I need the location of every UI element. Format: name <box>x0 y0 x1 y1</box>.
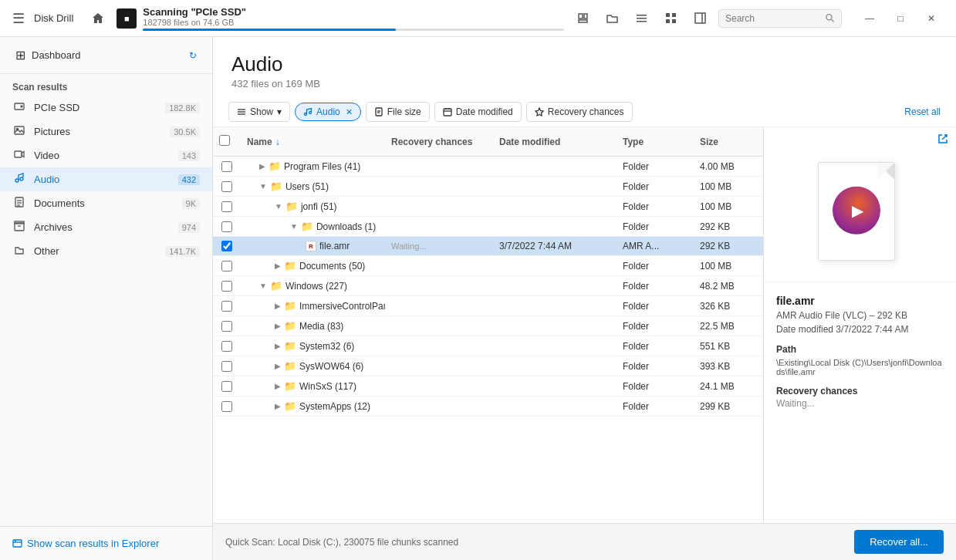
table-row[interactable]: ▼ 📁 Downloads (1) Folder 292 KB <box>213 217 763 237</box>
row-checkbox[interactable] <box>213 177 241 196</box>
recovery-chances-filter[interactable]: Recovery chances <box>526 102 633 122</box>
expand-icon[interactable]: ▼ <box>290 222 298 231</box>
expand-icon[interactable]: ▶ <box>275 302 281 310</box>
search-box[interactable] <box>718 9 842 28</box>
row-recovery <box>385 302 493 310</box>
panel-toggle-icon[interactable] <box>687 6 712 31</box>
other-icon <box>12 245 26 258</box>
row-checkbox[interactable] <box>213 277 241 295</box>
minimize-button[interactable]: — <box>854 6 885 31</box>
sidebar-item-pcie-ssd[interactable]: PCIe SSD 182.8K <box>0 96 212 120</box>
folder-view-icon[interactable] <box>600 6 624 31</box>
row-checkbox[interactable] <box>213 377 241 396</box>
row-checkbox[interactable] <box>213 197 241 216</box>
table-row[interactable]: ▶ 📁 System32 (6) Folder 551 KB <box>213 336 763 356</box>
svg-rect-8 <box>666 19 670 23</box>
loading-spinner: ↻ <box>189 50 197 61</box>
row-recovery <box>385 322 493 330</box>
row-checkbox[interactable] <box>213 297 241 315</box>
table-row[interactable]: ▶ 📁 ImmersiveControlPan... Folder 326 KB <box>213 296 763 316</box>
row-type: Folder <box>617 157 694 176</box>
select-all-checkbox[interactable] <box>219 135 230 146</box>
expand-icon[interactable]: ▼ <box>275 202 282 211</box>
sidebar-item-video[interactable]: Video 143 <box>0 143 212 167</box>
grid-view-icon[interactable] <box>658 6 683 31</box>
drive-icon <box>12 101 26 114</box>
calendar-icon <box>443 107 452 116</box>
table-row[interactable]: ▼ 📁 Windows (227) Folder 48.2 MB <box>213 276 763 296</box>
remove-filter-icon[interactable]: ✕ <box>346 107 353 117</box>
row-recovery <box>385 342 493 350</box>
expand-icon[interactable]: ▶ <box>259 162 265 170</box>
folder-icon: 📁 <box>270 180 282 192</box>
row-size: 326 KB <box>694 297 763 315</box>
stop-scan-button[interactable]: ■ <box>117 8 137 29</box>
row-checkbox[interactable] <box>213 237 241 255</box>
expand-icon[interactable]: ▼ <box>259 182 267 191</box>
row-checkbox[interactable] <box>213 317 241 336</box>
row-checkbox[interactable] <box>213 218 241 236</box>
table-row[interactable]: ▼ 📁 Users (51) Folder 100 MB <box>213 177 763 197</box>
expand-icon[interactable]: ▶ <box>275 362 281 370</box>
header-name[interactable]: Name ↓ <box>241 132 385 152</box>
table-row-selected[interactable]: R file.amr Waiting... 3/7/2022 7:44 AM A… <box>213 237 763 256</box>
expand-icon[interactable]: ▶ <box>275 261 281 270</box>
header-date-modified[interactable]: Date modified <box>493 132 617 152</box>
header-checkbox[interactable] <box>213 130 241 153</box>
scan-results-label: Scan results <box>0 74 212 96</box>
table-row[interactable]: ▶ 📁 SystemApps (12) Folder 299 KB <box>213 396 763 417</box>
hamburger-menu-icon[interactable]: ☰ <box>9 8 28 29</box>
expand-icon[interactable]: ▶ <box>275 342 281 350</box>
sidebar-item-documents[interactable]: Documents 9K <box>0 191 212 215</box>
external-link-button[interactable] <box>937 133 948 147</box>
page-subtitle: 432 files on 169 MB <box>231 78 937 89</box>
header-type[interactable]: Type <box>617 132 694 152</box>
scan-title: Scanning "PCIe SSD" <box>143 6 564 18</box>
expand-icon[interactable]: ▶ <box>275 322 281 330</box>
row-size: 393 KB <box>694 357 763 376</box>
reset-all-button[interactable]: Reset all <box>904 106 941 117</box>
row-checkbox[interactable] <box>213 157 241 176</box>
table-row[interactable]: ▼ 📁 jonfi (51) Folder 100 MB <box>213 197 763 217</box>
show-scan-results-button[interactable]: Show scan results in Explorer <box>9 535 203 552</box>
recover-all-button[interactable]: Recover all... <box>854 530 944 554</box>
row-checkbox[interactable] <box>213 397 241 416</box>
close-button[interactable]: ✕ <box>916 6 947 31</box>
sidebar-item-audio[interactable]: Audio 432 <box>0 167 212 191</box>
header-size[interactable]: Size <box>694 132 763 152</box>
list-view-icon[interactable] <box>629 6 654 31</box>
row-size: 292 KB <box>694 237 763 255</box>
sidebar-item-pictures[interactable]: Pictures 30.5K <box>0 120 212 143</box>
table-row[interactable]: ▶ 📁 SysWOW64 (6) Folder 393 KB <box>213 356 763 376</box>
search-input[interactable] <box>725 13 823 24</box>
detail-recovery-label: Recovery chances <box>776 386 944 396</box>
show-button[interactable]: Show ▾ <box>228 102 290 122</box>
sidebar-item-archives[interactable]: Archives 974 <box>0 215 212 239</box>
row-size: 24.1 MB <box>694 377 763 396</box>
sidebar-pcie-count: 182.8K <box>165 103 200 113</box>
table-row[interactable]: ▶ 📁 Program Files (41) Folder 4.00 MB <box>213 157 763 177</box>
home-button[interactable] <box>86 6 110 31</box>
folder-icon: 📁 <box>284 400 296 412</box>
date-modified-filter[interactable]: Date modified <box>434 102 522 122</box>
row-checkbox[interactable] <box>213 357 241 376</box>
table-row[interactable]: ▶ 📁 Documents (50) Folder 100 MB <box>213 256 763 276</box>
expand-icon[interactable]: ▼ <box>259 282 267 290</box>
expand-icon[interactable]: ▶ <box>275 402 281 410</box>
table-row[interactable]: ▶ 📁 WinSxS (117) Folder 24.1 MB <box>213 376 763 396</box>
row-checkbox[interactable] <box>213 337 241 356</box>
header-recovery-chances[interactable]: Recovery chances <box>385 132 493 152</box>
expand-icon[interactable]: ▶ <box>275 382 281 390</box>
sidebar-pcie-label: PCIe SSD <box>34 102 157 113</box>
row-checkbox[interactable] <box>213 257 241 275</box>
file-view-icon[interactable] <box>570 6 595 31</box>
dashboard-button[interactable]: ⊞ Dashboard ↻ <box>9 43 203 67</box>
app-title: Disk Drill <box>34 12 73 24</box>
file-size-filter[interactable]: File size <box>366 102 430 122</box>
table-row[interactable]: ▶ 📁 Media (83) Folder 22.5 MB <box>213 316 763 336</box>
audio-filter-tag[interactable]: Audio ✕ <box>295 103 361 121</box>
sidebar-item-other[interactable]: Other 141.7K <box>0 239 212 263</box>
maximize-button[interactable]: □ <box>885 6 916 31</box>
row-type: Folder <box>617 177 694 196</box>
row-date <box>493 282 617 290</box>
